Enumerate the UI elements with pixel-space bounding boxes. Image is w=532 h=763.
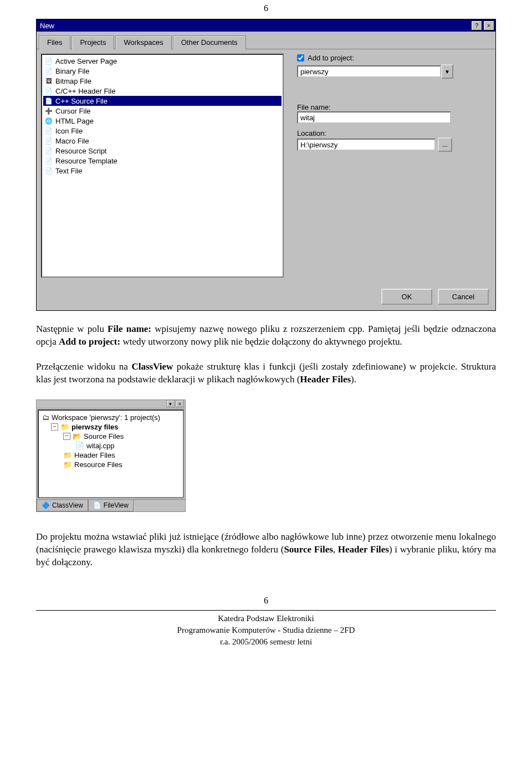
file-icon: 📄 [44,156,53,165]
paragraph-2: Przełączenie widoku na ClassView pokaże … [36,361,496,386]
file-name-input[interactable] [297,111,451,124]
tab-files[interactable]: Files [39,35,70,49]
filetype-item: 🖼Bitmap File [43,76,282,86]
fileview-tree[interactable]: 🗂Workspace 'pierwszy': 1 project(s) −📁pi… [38,409,184,498]
page-number-bottom: 6 [36,591,496,610]
collapse-icon[interactable]: − [51,423,58,431]
tab-classview[interactable]: 🔷ClassView [37,500,88,511]
browse-button[interactable]: ... [438,137,452,152]
file-type-list[interactable]: 📄Active Server Page 📄Binary File 🖼Bitmap… [41,54,284,278]
location-label: Location: [297,129,491,137]
file-icon: 📄 [44,66,53,75]
paragraph-1: Następnie w polu File name: wpisujemy na… [36,323,496,349]
location-input[interactable] [297,139,436,151]
file-icon: 📄 [44,166,53,175]
file-icon: ➕ [44,106,53,115]
folder-icon: 📂 [73,432,81,441]
chevron-down-icon[interactable]: ▼ [441,64,453,79]
filetype-item-selected: 📄C++ Source File [43,96,282,106]
close-icon[interactable]: × [483,21,494,30]
fileview-panel: ▾ × 🗂Workspace 'pierwszy': 1 project(s) … [36,400,186,512]
tab-projects[interactable]: Projects [71,35,114,49]
add-to-project-checkbox[interactable]: Add to project: [297,54,491,62]
file-icon: 📄 [44,57,53,65]
ok-button[interactable]: OK [381,289,432,305]
fileview-icon: 📄 [93,501,101,509]
collapse-icon[interactable]: − [63,433,70,440]
filetype-item: ➕Cursor File [43,106,282,116]
classview-icon: 🔷 [42,501,50,509]
filetype-item: 📄Active Server Page [43,56,282,66]
footer-rule [36,610,496,611]
file-icon: 📄 [44,86,53,95]
filetype-item: 📄Binary File [43,66,282,76]
workspace-icon: 🗂 [42,413,49,422]
new-dialog: New ? × Files Projects Workspaces Other … [36,19,496,311]
title-bar: New ? × [37,19,495,32]
dialog-title: New [40,22,54,30]
paragraph-3: Do projektu można wstawiać pliki już ist… [36,531,496,569]
file-icon: 🖼 [44,76,53,85]
filetype-item: 🌐HTML Page [43,116,282,126]
help-icon[interactable]: ? [471,21,482,30]
add-to-project-check[interactable] [297,54,304,62]
folder-icon: 📁 [63,460,72,469]
page-footer: 6 Katedra Podstaw Elektroniki Programowa… [36,591,496,648]
panel-close-icon[interactable]: × [176,400,184,407]
filetype-item: 📄Icon File [43,126,282,136]
page-number-top: 6 [36,0,496,17]
filetype-item: 📄Macro File [43,136,282,146]
panel-min-icon[interactable]: ▾ [166,400,175,407]
file-icon: 📄 [75,442,84,450]
cancel-button[interactable]: Cancel [438,289,489,305]
add-to-project-label: Add to project: [308,54,354,62]
file-icon: 📄 [44,96,53,105]
file-icon: 🌐 [44,116,53,125]
file-icon: 📄 [44,126,53,135]
tab-workspaces[interactable]: Workspaces [115,35,171,49]
folder-icon: 📁 [63,451,72,459]
tab-bar: Files Projects Workspaces Other Document… [37,32,495,49]
file-icon: 📄 [44,136,53,145]
filetype-item: 📄Resource Script [43,146,282,156]
file-name-label: File name: [297,103,491,111]
tab-fileview[interactable]: 📄FileView [88,500,134,511]
filetype-item: 📄Text File [43,166,282,176]
tab-other-documents[interactable]: Other Documents [173,35,246,49]
project-combo[interactable] [297,65,441,78]
filetype-item: 📄C/C++ Header File [43,86,282,96]
project-icon: 📁 [60,423,69,431]
file-icon: 📄 [44,146,53,155]
filetype-item: 📄Resource Template [43,156,282,166]
